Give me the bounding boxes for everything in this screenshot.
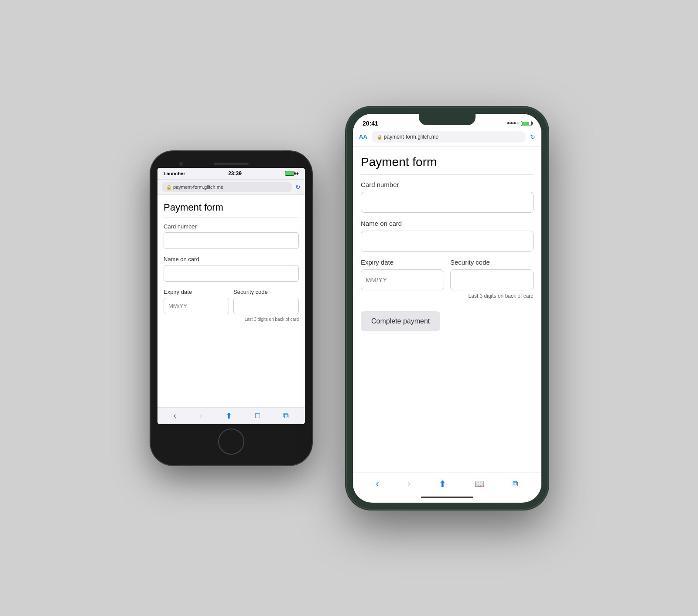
new-security-label: Security code (450, 259, 534, 266)
new-share-button[interactable]: ⬆ (439, 479, 446, 489)
old-card-number-label: Card number (164, 223, 299, 230)
new-card-number-group: Card number (361, 181, 534, 213)
old-front-camera (179, 162, 183, 166)
old-url-box[interactable]: payment-form.glitch.me (162, 182, 292, 192)
old-security-hint: Last 3 digits on back of card (164, 317, 299, 322)
new-home-bar (421, 497, 473, 498)
new-battery-icon (521, 121, 532, 126)
new-reload-button[interactable]: ↻ (530, 133, 535, 140)
new-aa-button[interactable]: AA (359, 133, 367, 140)
phone-new: 20:41 AA paym (347, 108, 547, 509)
old-notch-area (157, 158, 305, 168)
old-address-bar: payment-form.glitch.me ↻ (157, 180, 305, 195)
old-carrier-label: Launcher (164, 171, 185, 176)
old-speaker (214, 163, 249, 165)
old-browser-toolbar: ‹ › ⬆ □ ⧉ (157, 407, 305, 424)
new-url-text: payment-form.glitch.me (384, 134, 438, 140)
new-submit-button[interactable]: Complete payment (361, 311, 440, 331)
new-status-right (507, 121, 532, 126)
old-url-text: payment-form.glitch.me (173, 184, 223, 190)
new-name-label: Name on card (361, 220, 534, 227)
old-reload-button[interactable]: ↻ (295, 184, 301, 191)
new-url-box[interactable]: payment-form.glitch.me (372, 131, 526, 143)
new-back-button[interactable]: ‹ (376, 478, 379, 490)
new-tabs-button[interactable]: ⧉ (513, 479, 518, 488)
signal-dot-1 (507, 122, 510, 124)
old-home-button[interactable] (218, 429, 244, 455)
old-share-button[interactable]: ⬆ (226, 411, 232, 421)
battery-fill (522, 122, 529, 125)
new-signal (507, 122, 519, 124)
old-card-number-group: Card number (164, 223, 299, 249)
new-form-title: Payment form (361, 155, 534, 175)
old-screen: Launcher 23:39 + payment-form.glitch.me … (157, 168, 305, 424)
new-security-group: Security code (450, 259, 534, 290)
old-bottom-row: Expiry date Security code (164, 289, 299, 314)
new-time: 20:41 (363, 120, 378, 127)
new-browser-toolbar: ‹ › ⬆ 📖 ⧉ (353, 473, 541, 493)
old-charge-icon: + (296, 171, 299, 176)
old-lock-icon (166, 184, 171, 190)
new-card-number-input[interactable] (361, 192, 534, 213)
old-expiry-input[interactable] (164, 298, 229, 314)
signal-dot-4 (517, 122, 519, 124)
new-forward-button[interactable]: › (407, 478, 411, 490)
old-forward-button[interactable]: › (199, 411, 202, 420)
old-web-content: Payment form Card number Name on card Ex… (157, 195, 305, 407)
scene: Launcher 23:39 + payment-form.glitch.me … (151, 108, 547, 509)
new-bottom-row: Expiry date Security code (361, 259, 534, 290)
old-form-title: Payment form (164, 202, 299, 218)
old-bookmarks-button[interactable]: □ (255, 411, 260, 420)
new-web-content: Payment form Card number Name on card Ex… (353, 146, 541, 473)
new-expiry-label: Expiry date (361, 259, 444, 266)
old-card-number-input[interactable] (164, 232, 299, 249)
new-security-hint: Last 3 digits on back of card (361, 293, 534, 299)
phone-old: Launcher 23:39 + payment-form.glitch.me … (151, 151, 312, 465)
new-bookmarks-button[interactable]: 📖 (475, 479, 484, 489)
old-security-input[interactable] (233, 298, 299, 314)
new-name-input[interactable] (361, 231, 534, 252)
old-battery: + (285, 171, 299, 176)
new-notch (419, 114, 476, 125)
old-security-label: Security code (233, 289, 299, 295)
old-battery-icon (285, 171, 294, 176)
new-name-group: Name on card (361, 220, 534, 252)
old-name-input[interactable] (164, 265, 299, 282)
new-card-number-label: Card number (361, 181, 534, 188)
old-expiry-group: Expiry date (164, 289, 229, 314)
new-expiry-group: Expiry date (361, 259, 444, 290)
signal-dot-3 (513, 122, 516, 124)
new-lock-icon (377, 134, 382, 140)
new-expiry-input[interactable] (361, 269, 444, 290)
old-status-bar: Launcher 23:39 + (157, 168, 305, 180)
old-tabs-button[interactable]: ⧉ (283, 411, 289, 420)
signal-dot-2 (510, 122, 513, 124)
old-expiry-label: Expiry date (164, 289, 229, 295)
old-name-label: Name on card (164, 256, 299, 262)
old-security-group: Security code (233, 289, 299, 314)
new-address-bar: AA payment-form.glitch.me ↻ (353, 129, 541, 146)
old-time: 23:39 (228, 170, 242, 177)
new-security-input[interactable] (450, 269, 534, 290)
new-screen: 20:41 AA paym (353, 114, 541, 503)
old-back-button[interactable]: ‹ (174, 411, 176, 420)
old-name-group: Name on card (164, 256, 299, 282)
